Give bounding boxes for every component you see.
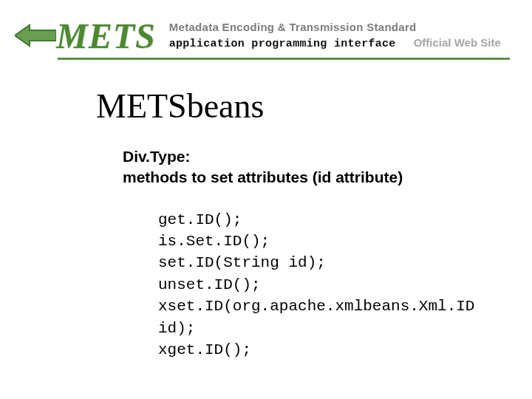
content: METSbeans Div.Type: methods to set attri… [0,60,532,361]
subtitle-line-2: methods to set attributes (id attribute) [123,167,502,188]
header-taglines: Metadata Encoding & Transmission Standar… [169,21,502,50]
subtitle: Div.Type: methods to set attributes (id … [96,146,502,188]
official-site-label: Official Web Site [414,36,501,49]
tagline: Metadata Encoding & Transmission Standar… [169,21,502,33]
arrow-left-icon [15,22,56,49]
page-title: METSbeans [96,86,502,126]
code-block: get.ID(); is.Set.ID(); set.ID(String id)… [96,209,502,361]
subtag: application programming interface [169,38,396,50]
logo: METS [53,16,156,56]
svg-marker-0 [15,25,56,46]
logo-text: METS [53,16,156,56]
header: METS Metadata Encoding & Transmission St… [0,0,532,58]
subtitle-line-1: Div.Type: [123,146,502,167]
